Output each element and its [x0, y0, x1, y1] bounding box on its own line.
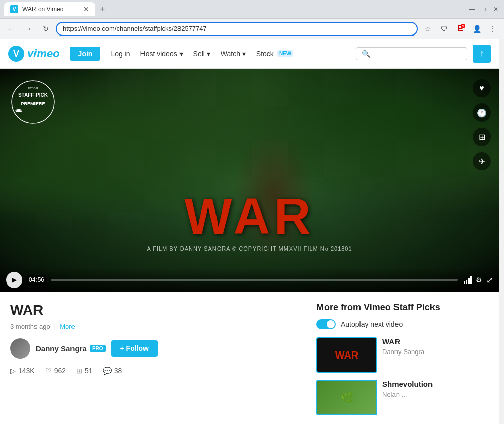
- site-header: V vimeo Join Log in Host videos ▾ Sell ▾…: [0, 39, 499, 69]
- video-title-overlay: WAR A FILM BY DANNY SANGRA © COPYRIGHT M…: [147, 191, 352, 252]
- sidebar: More from Vimeo Staff Picks Autoplay nex…: [306, 292, 499, 424]
- pro-badge: PRO: [90, 345, 106, 352]
- film-credit: A FILM BY DANNY SANGRA © COPYRIGHT MMXVI…: [147, 245, 352, 252]
- vimeo-logo: V vimeo: [8, 46, 60, 62]
- creator-info: Danny Sangra PRO: [35, 344, 106, 353]
- logo-icon: V: [8, 46, 24, 62]
- rec-info-war: WAR Danny Sangra: [382, 337, 489, 356]
- header-right: 🔍 ↑: [356, 45, 491, 63]
- rec-thumbnail-shm[interactable]: 🌿: [316, 380, 377, 415]
- rec-title-war[interactable]: WAR: [382, 337, 489, 346]
- svg-text:STAFF PICK: STAFF PICK: [18, 92, 48, 98]
- tab-favicon: V: [10, 5, 18, 13]
- browser-titlebar: V WAR on Vimeo ✕ + — □ ✕: [0, 0, 504, 18]
- time-display: 04:56: [26, 275, 47, 285]
- autoplay-label: Autoplay next video: [341, 320, 403, 328]
- like-button[interactable]: ♥: [473, 79, 491, 97]
- video-info: WAR 3 months ago | More Danny Sangra PRO: [0, 292, 306, 424]
- browser-tab[interactable]: V WAR on Vimeo ✕: [4, 2, 95, 16]
- autoplay-toggle[interactable]: [316, 319, 336, 329]
- play-icon: ▷: [10, 367, 16, 375]
- profile-icon[interactable]: 👤: [470, 22, 484, 36]
- shm-icon: 🌿: [340, 391, 354, 404]
- nav-host-videos[interactable]: Host videos ▾: [140, 50, 183, 58]
- rec-info-shm: Shmevolution Nolan ...: [382, 380, 489, 398]
- collections-icon: ⊞: [76, 367, 82, 375]
- sidebar-title: More from Vimeo Staff Picks: [316, 302, 489, 313]
- search-bar: 🔍: [356, 47, 467, 60]
- browser-chrome: V WAR on Vimeo ✕ + — □ ✕ ← → ↻ ☆ 🛡 E 5 👤…: [0, 0, 504, 39]
- browser-content: V vimeo Join Log in Host videos ▾ Sell ▾…: [0, 39, 504, 424]
- creator-name-row: Danny Sangra PRO: [35, 344, 106, 353]
- browser-toolbar: ← → ↻ ☆ 🛡 E 5 👤 ⋮: [0, 18, 504, 39]
- rec-war-text: WAR: [335, 349, 359, 361]
- settings-icon[interactable]: ⚙: [476, 276, 482, 284]
- collection-count: 51: [85, 367, 93, 375]
- posted-time: 3 months ago: [10, 323, 50, 330]
- stats-row: ▷ 143K ♡ 962 ⊞ 51 💬 38: [10, 367, 296, 375]
- nav-sell[interactable]: Sell ▾: [193, 50, 210, 58]
- forward-button[interactable]: →: [21, 22, 35, 36]
- follow-button[interactable]: + Follow: [111, 340, 158, 357]
- search-input[interactable]: [370, 50, 462, 58]
- toolbar-icons: ☆ 🛡 E 5 👤 ⋮: [421, 22, 500, 36]
- war-title-text: WAR: [147, 191, 352, 241]
- upload-button[interactable]: ↑: [473, 45, 491, 63]
- bookmark-icon[interactable]: ☆: [421, 22, 435, 36]
- tab-title: WAR on Vimeo: [22, 6, 63, 13]
- video-controls: ▶ 04:56 ⚙ ⤢: [0, 268, 499, 292]
- search-icon: 🔍: [362, 50, 370, 58]
- video-side-actions: ♥ 🕐 ⊞ ✈: [473, 79, 491, 170]
- rec-title-shm[interactable]: Shmevolution: [382, 380, 489, 388]
- collections-button[interactable]: ⊞: [473, 128, 491, 146]
- refresh-button[interactable]: ↻: [39, 22, 53, 36]
- rec-creator-shm: Nolan ...: [382, 391, 489, 398]
- menu-icon[interactable]: ⋮: [486, 22, 500, 36]
- header-nav: Log in Host videos ▾ Sell ▾ Watch ▾ Stoc…: [111, 50, 293, 58]
- svg-text:PREMIERE: PREMIERE: [21, 101, 45, 107]
- rec-thumbnail-war[interactable]: WAR: [316, 337, 377, 373]
- page: V vimeo Join Log in Host videos ▾ Sell ▾…: [0, 39, 499, 424]
- below-video: WAR 3 months ago | More Danny Sangra PRO: [0, 292, 499, 424]
- window-controls: — □ ✕: [467, 5, 500, 13]
- scrollbar[interactable]: [499, 39, 504, 424]
- share-button[interactable]: ✈: [473, 152, 491, 170]
- video-player: vimeo STAFF PICK PREMIERE ❧ ❧ WAR A FILM…: [0, 69, 499, 292]
- fullscreen-icon[interactable]: ⤢: [486, 275, 493, 285]
- shield-icon[interactable]: 🛡: [437, 22, 451, 36]
- laurel-circle-icon: vimeo STAFF PICK PREMIERE ❧ ❧: [10, 79, 56, 125]
- comment-icon: 💬: [103, 367, 112, 375]
- join-button[interactable]: Join: [70, 47, 101, 61]
- nav-stock[interactable]: Stock NEW: [256, 50, 293, 58]
- progress-bar[interactable]: [51, 279, 458, 281]
- view-count: 143K: [18, 367, 35, 375]
- toggle-knob: [327, 320, 335, 328]
- close-button[interactable]: ✕: [492, 5, 500, 13]
- more-link[interactable]: More: [60, 323, 75, 330]
- control-icons: ⚙ ⤢: [464, 275, 493, 285]
- minimize-button[interactable]: —: [467, 5, 476, 13]
- nav-login[interactable]: Log in: [111, 50, 130, 58]
- heart-icon: ♡: [45, 367, 52, 375]
- autoplay-row: Autoplay next video: [316, 319, 489, 329]
- stat-collections: ⊞ 51: [76, 367, 93, 375]
- avatar-image: [10, 338, 30, 359]
- watch-later-button[interactable]: 🕐: [473, 103, 491, 122]
- tab-close-button[interactable]: ✕: [83, 5, 89, 13]
- maximize-button[interactable]: □: [480, 5, 488, 13]
- volume-icon[interactable]: [464, 276, 472, 284]
- address-bar[interactable]: [56, 22, 418, 36]
- creator-row: Danny Sangra PRO + Follow: [10, 338, 296, 359]
- back-button[interactable]: ←: [4, 22, 18, 36]
- nav-watch[interactable]: Watch ▾: [221, 50, 246, 58]
- play-button[interactable]: ▶: [6, 272, 22, 288]
- video-meta: 3 months ago | More: [10, 323, 296, 330]
- video-thumbnail: vimeo STAFF PICK PREMIERE ❧ ❧ WAR A FILM…: [0, 69, 499, 292]
- stat-comments: 💬 38: [103, 367, 122, 375]
- extensions-icon[interactable]: E 5: [453, 22, 467, 36]
- staff-pick-badge: vimeo STAFF PICK PREMIERE ❧ ❧: [10, 79, 56, 125]
- stock-badge: NEW: [277, 50, 293, 57]
- logo-text: vimeo: [27, 47, 60, 60]
- staff-pick-circle: vimeo STAFF PICK PREMIERE ❧ ❧: [10, 79, 56, 125]
- new-tab-button[interactable]: +: [95, 2, 110, 16]
